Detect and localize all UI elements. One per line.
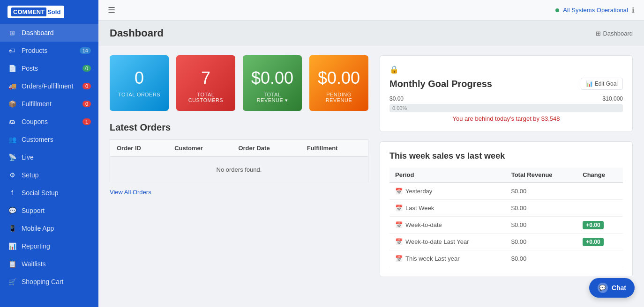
- weekly-sales-section: This week sales vs last week Period Tota…: [380, 141, 633, 277]
- weekly-table: Period Total Revenue Change 📅Yesterday $…: [389, 168, 623, 267]
- nav-badge: 1: [82, 118, 91, 125]
- nav-icon: 💬: [7, 207, 17, 214]
- col-period: Period: [389, 168, 506, 183]
- sidebar-item-posts[interactable]: 📄 Posts 0: [0, 59, 98, 77]
- stat-value: 7: [184, 68, 228, 88]
- table-row: 📅This week Last year $0.00: [389, 250, 623, 267]
- progress-label: 0.00%: [392, 104, 407, 112]
- stat-value: $0.00: [250, 68, 294, 88]
- latest-orders-title: Latest Orders: [110, 122, 368, 133]
- change-cell: [577, 250, 623, 267]
- latest-orders-section: Latest Orders Order ID Customer Order Da…: [110, 122, 368, 196]
- sidebar-item-social-setup[interactable]: f Social Setup: [0, 184, 98, 202]
- change-cell: +0.00: [577, 234, 623, 250]
- nav-label: Shopping Cart: [22, 278, 64, 285]
- no-orders-message: No orders found.: [110, 157, 368, 183]
- sidebar-item-setup[interactable]: ⚙ Setup: [0, 166, 98, 184]
- nav-label: Orders/Fulfillment: [22, 82, 73, 90]
- sidebar-item-customers[interactable]: 👥 Customers: [0, 131, 98, 148]
- revenue-cell: $0.00: [506, 217, 577, 234]
- stat-label: TOTAL REVENUE ▾: [250, 92, 294, 103]
- sidebar-item-products[interactable]: 🏷 Products 14: [0, 42, 98, 59]
- logo: COMMENT Sold: [0, 0, 98, 24]
- page-title: Dashboard: [110, 27, 164, 39]
- table-row: 📅Last Week $0.00: [389, 200, 623, 217]
- nav-label: Reporting: [22, 242, 50, 250]
- change-cell: +0.00: [577, 217, 623, 234]
- breadcrumb: ⊞ Dashboard: [596, 30, 633, 37]
- calendar-icon: 📅: [395, 188, 403, 195]
- stat-label: PENDING REVENUE: [317, 92, 361, 103]
- behind-target-message: You are behind today's target by $3,548: [389, 115, 623, 122]
- lock-icon: 🔒: [389, 65, 623, 74]
- nav-label: Waitlists: [22, 260, 46, 268]
- revenue-cell: $0.00: [506, 183, 577, 200]
- sidebar-item-shopping-cart[interactable]: 🛒 Shopping Cart: [0, 273, 98, 291]
- sidebar-item-live[interactable]: 📡 Live: [0, 148, 98, 166]
- stat-card-total-orders: 0 TOTAL ORDERS: [110, 55, 169, 111]
- system-status: All Systems Operational: [563, 7, 628, 14]
- stat-card-total-customers: 7 TOTAL CUSTOMERS: [176, 55, 235, 111]
- goal-start: $0.00: [389, 95, 404, 102]
- col-change: Change: [577, 168, 623, 183]
- edit-goal-button[interactable]: 📊 Edit Goal: [581, 78, 623, 90]
- calendar-icon: 📅: [395, 238, 403, 245]
- info-icon[interactable]: ℹ: [632, 6, 635, 15]
- col-customer: Customer: [168, 140, 232, 157]
- chat-icon: 💬: [598, 283, 608, 293]
- sidebar-item-dashboard[interactable]: ⊞ Dashboard: [0, 24, 98, 42]
- left-column: 0 TOTAL ORDERS 7 TOTAL CUSTOMERS $0.00 T…: [110, 55, 368, 298]
- calendar-icon: 📅: [395, 221, 403, 228]
- goal-title: Monthly Goal Progress: [389, 79, 492, 89]
- nav-icon: 📄: [7, 65, 17, 72]
- nav-icon: 🚚: [7, 82, 17, 90]
- sidebar-item-reporting[interactable]: 📊 Reporting: [0, 237, 98, 255]
- logo-comment: COMMENT: [11, 7, 46, 16]
- period-cell: 📅Yesterday: [389, 183, 506, 200]
- nav-label: Products: [22, 47, 47, 54]
- change-badge: +0.00: [583, 221, 603, 229]
- nav-label: Mobile App: [22, 225, 54, 232]
- period-cell: 📅Last Week: [389, 200, 506, 217]
- hamburger-icon[interactable]: ☰: [108, 5, 115, 15]
- revenue-cell: $0.00: [506, 234, 577, 250]
- nav-label: Setup: [22, 171, 39, 179]
- col-fulfillment: Fulfillment: [300, 140, 368, 157]
- nav-label: Posts: [22, 65, 38, 72]
- nav-menu: ⊞ Dashboard 🏷 Products 14 📄 Posts 0 🚚 Or…: [0, 24, 98, 291]
- sidebar-item-orders-fulfillment[interactable]: 🚚 Orders/Fulfillment 0: [0, 77, 98, 95]
- stat-label: TOTAL CUSTOMERS: [184, 92, 228, 103]
- sidebar-item-fulfillment[interactable]: 📦 Fulfillment 0: [0, 95, 98, 113]
- nav-icon: 🎟: [7, 118, 17, 125]
- nav-label: Fulfillment: [22, 100, 52, 108]
- chat-button[interactable]: 💬 Chat: [589, 278, 635, 298]
- goal-header: Monthly Goal Progress 📊 Edit Goal: [389, 78, 623, 90]
- sidebar-item-coupons[interactable]: 🎟 Coupons 1: [0, 113, 98, 131]
- period-cell: 📅Week-to-date: [389, 217, 506, 234]
- dashboard-content: 0 TOTAL ORDERS 7 TOTAL CUSTOMERS $0.00 T…: [98, 46, 644, 307]
- table-row: No orders found.: [110, 157, 368, 183]
- revenue-cell: $0.00: [506, 250, 577, 267]
- sidebar-item-waitlists[interactable]: 📋 Waitlists: [0, 255, 98, 273]
- nav-icon: ⚙: [7, 171, 17, 179]
- nav-badge: 0: [82, 83, 91, 89]
- nav-icon: 📱: [7, 225, 17, 232]
- table-row: 📅Week-to-date Last Year $0.00 +0.00: [389, 234, 623, 250]
- col-order-date: Order Date: [232, 140, 300, 157]
- revenue-cell: $0.00: [506, 200, 577, 217]
- progress-bar: 0.00%: [389, 104, 623, 112]
- sidebar-item-support[interactable]: 💬 Support: [0, 202, 98, 219]
- logo-sold: Sold: [47, 8, 60, 15]
- table-row: 📅Week-to-date $0.00 +0.00: [389, 217, 623, 234]
- nav-label: Coupons: [22, 118, 48, 125]
- topbar: ☰ All Systems Operational ℹ: [98, 0, 644, 21]
- stat-label: TOTAL ORDERS: [117, 92, 161, 97]
- change-badge: +0.00: [583, 238, 603, 246]
- nav-badge: 0: [82, 101, 91, 107]
- sidebar-item-mobile-app[interactable]: 📱 Mobile App: [0, 219, 98, 237]
- nav-badge: 14: [80, 47, 91, 54]
- nav-icon: 🛒: [7, 278, 17, 285]
- nav-label: Live: [22, 154, 34, 161]
- table-row: 📅Yesterday $0.00: [389, 183, 623, 200]
- view-all-orders-link[interactable]: View All Orders: [110, 189, 151, 196]
